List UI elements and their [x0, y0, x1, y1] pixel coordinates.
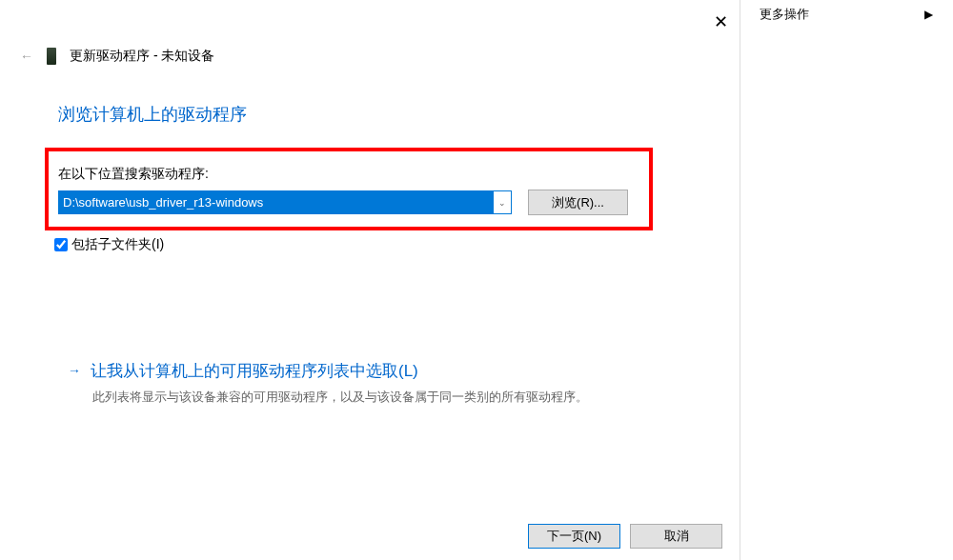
include-subfolders-checkbox[interactable]: [54, 238, 68, 251]
include-subfolders-label: 包括子文件夹(I): [71, 236, 164, 253]
browse-button[interactable]: 浏览(R)...: [528, 190, 628, 215]
device-icon: [47, 48, 56, 65]
search-location-label: 在以下位置搜索驱动程序:: [58, 166, 209, 183]
arrow-right-icon: →: [68, 360, 81, 382]
pick-from-list-label: 让我从计算机上的可用驱动程序列表中选取(L): [91, 360, 418, 382]
more-operations-menu[interactable]: 更多操作 ▶: [756, 4, 937, 25]
driver-path-combobox[interactable]: D:\software\usb_driver_r13-windows ⌄: [58, 190, 512, 214]
more-operations-arrow-icon: ▶: [924, 8, 933, 21]
dialog-header: ← 更新驱动程序 - 未知设备: [20, 48, 214, 65]
dialog-title: 更新驱动程序 - 未知设备: [70, 48, 214, 65]
pick-from-list-description: 此列表将显示与该设备兼容的可用驱动程序，以及与该设备属于同一类别的所有驱动程序。: [92, 388, 649, 407]
pick-from-list-option[interactable]: → 让我从计算机上的可用驱动程序列表中选取(L) 此列表将显示与该设备兼容的可用…: [68, 360, 649, 407]
cancel-button[interactable]: 取消: [630, 524, 722, 549]
back-arrow-icon[interactable]: ←: [20, 49, 33, 64]
update-driver-dialog: ✕ ← 更新驱动程序 - 未知设备 浏览计算机上的驱动程序 在以下位置搜索驱动程…: [1, 0, 740, 560]
include-subfolders-option: 包括子文件夹(I): [54, 236, 164, 253]
pick-from-list-title[interactable]: → 让我从计算机上的可用驱动程序列表中选取(L): [68, 360, 649, 382]
next-button[interactable]: 下一页(N): [528, 524, 620, 549]
close-icon[interactable]: ✕: [710, 8, 732, 36]
driver-path-value[interactable]: D:\software\usb_driver_r13-windows: [59, 191, 494, 213]
dialog-footer: 下一页(N) 取消: [528, 524, 722, 549]
main-heading: 浏览计算机上的驱动程序: [58, 103, 247, 126]
more-operations-label: 更多操作: [760, 6, 809, 23]
chevron-down-icon[interactable]: ⌄: [494, 198, 511, 208]
